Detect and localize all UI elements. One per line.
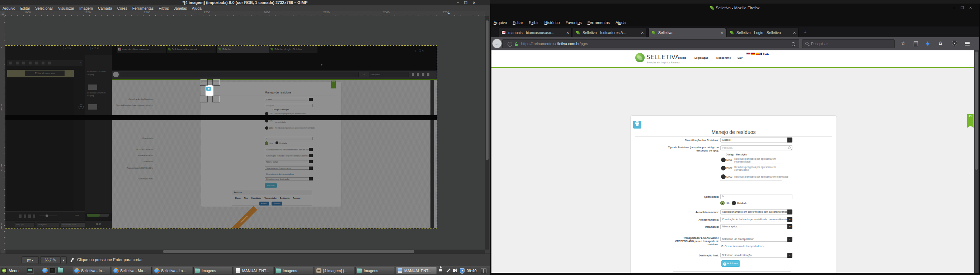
crop-handle-topright[interactable] [213,79,220,85]
select-dropdown-button[interactable]: ▾ [788,217,792,222]
nav-inicio[interactable]: Início [679,56,687,59]
quantidade-input[interactable]: 0 [720,194,792,199]
flag-es-icon[interactable] [756,53,760,55]
gimp-menu-imagem[interactable]: Imagem [77,6,95,10]
gerenciamento-link[interactable]: Gerenciamento de transportadores [725,245,764,247]
radio-litro[interactable] [720,201,725,205]
classificacao-select[interactable]: Classe I [720,138,792,142]
ff-menu-ferramentas[interactable]: Ferramentas [585,21,612,25]
tab-close-icon[interactable]: ✕ [641,28,644,37]
gimp-titlebar[interactable]: *[4 imagem] (importada)-9.0 (cor RGB, 1 … [0,0,490,5]
select-dropdown-button[interactable]: ▾ [788,237,792,242]
select-dropdown-button[interactable]: ▾ [788,138,792,142]
show-desktop-icon[interactable] [27,268,34,273]
gimp-canvas[interactable]: | – □ ✕ | – ❐ ✕ » Editar documento ✕ de … [5,16,485,250]
gimp-vscrollbar[interactable] [485,16,489,250]
flag-il-icon[interactable] [765,53,769,55]
acondicionamento-select[interactable]: Acondicionamento em conformidade com as … [720,209,792,215]
new-tab-button[interactable]: + [803,28,807,35]
zoom-dropdown[interactable]: ▾ [60,256,67,264]
gimp-horizontal-ruler[interactable]: 1000 1250 1500 1750 2000 2250 2500 2750 … [5,11,485,16]
radio-litro-label[interactable]: Litro [725,202,732,204]
gimp-menu-cores[interactable]: Cores [115,6,130,10]
select-dropdown-button[interactable]: ▾ [788,253,792,258]
tab-indicadores[interactable]: Selletiva - Indicadores A... ✕ [573,28,646,37]
tab-close-icon[interactable]: ✕ [721,28,724,37]
task-button-selletiva-in[interactable]: Selletiva - In... [73,267,111,274]
menu-button[interactable]: Menu [9,266,19,275]
privacy-shield-icon[interactable]: ∨ [952,41,957,46]
search-box[interactable]: Pesquisar [802,40,895,48]
gimp-hscrollbar[interactable] [5,250,485,253]
task-button-imagens-2[interactable]: Imagens [274,267,314,274]
url-text[interactable]: https://treinamento.selletiva.com.br/pgr… [521,40,588,47]
ff-menu-favoritos[interactable]: Favoritos [562,21,584,25]
crop-handle-bottomright[interactable] [213,96,220,102]
workspace-switcher[interactable] [480,269,487,273]
gimp-vertical-ruler[interactable]: 0 250 500 750 [0,16,6,250]
flag-fr-icon[interactable] [760,53,764,55]
task-button-selletiva-mo[interactable]: Selletiva - Mo... [112,267,152,274]
transportador-select[interactable]: Selecione um Transportador [720,237,792,242]
firefox-launcher-icon[interactable] [42,268,48,273]
radio-unidade[interactable] [732,201,736,205]
nav-sair[interactable]: Sair [738,56,743,59]
tab-close-icon[interactable]: ✕ [793,28,796,37]
gimp-menu-ferramentas[interactable]: Ferramentas [130,6,156,10]
task-button-manual-2[interactable]: MANUAL ENT... [396,267,437,274]
adicionar-button[interactable]: + Adicionar [721,260,740,267]
task-button-gimp[interactable]: [4 imagem] (... [315,267,355,274]
downloads-icon[interactable] [926,43,930,46]
flag-de-icon[interactable] [751,53,755,55]
armazenamento-select[interactable]: Construção fechada e impermeabilizada co… [720,217,792,222]
firefox-titlebar[interactable]: Selletiva - Mozilla Firefox – ❐ ✕ [491,3,979,19]
brand-name[interactable]: SELLETIVA [646,54,680,60]
user-tray-icon[interactable] [439,269,442,272]
ff-menu-historico[interactable]: Histórico [542,21,563,25]
task-button-manual-1[interactable]: MANUAL ENT... [234,267,273,274]
bookmark-star-icon[interactable]: ☆ [901,40,905,47]
taskbar-clock[interactable]: 09:40 [467,266,477,275]
gimp-menu-janelas[interactable]: Janelas [172,6,189,10]
gimp-menu-editar[interactable]: Editar [18,6,33,10]
gimp-hscrollbar-thumb[interactable] [163,250,414,253]
tab-login[interactable]: Selletiva - Login - Selletiva ✕ [727,28,799,37]
url-bar[interactable]: i https://treinamento.selletiva.com.br/p… [502,40,799,48]
task-button-selletiva-lo[interactable]: Selletiva - Lo... [153,267,192,274]
gimp-menu-ajuda[interactable]: Ajuda [189,6,204,10]
gimp-ruler-corner[interactable]: ◿ [0,11,6,16]
radio-unidade-label[interactable]: Unidade [737,202,747,204]
unit-dropdown[interactable]: px ▾ [22,256,39,264]
task-button-imagens-3[interactable]: Imagens [355,267,395,274]
tratamento-select[interactable]: Não se aplica [720,224,792,229]
task-button-imagens-1[interactable]: Imagens [193,267,233,274]
bookmarks-list-icon[interactable] [914,41,918,46]
gimp-menu-filtros[interactable]: Filtros [156,6,172,10]
nav-legislacao[interactable]: Legislação [694,56,708,59]
ff-menu-arquivo[interactable]: Arquivo [491,21,510,25]
select-dropdown-button[interactable]: ▾ [788,224,792,229]
nav-nosso-time[interactable]: Nosso time [716,56,731,59]
gimp-window-controls[interactable]: – ❐ ✕ [457,0,478,5]
page-info-icon[interactable]: i [508,42,512,47]
tab-close-icon[interactable]: ✕ [566,28,569,37]
selletiva-logo-icon[interactable] [635,53,644,62]
crop-handle-topleft[interactable] [200,79,207,85]
ff-menu-editar[interactable]: Editar [510,21,526,25]
gimp-menu-camada[interactable]: Camada [95,6,115,10]
imported-screenshot-image[interactable]: | – □ ✕ | – ❐ ✕ » Editar documento ✕ de … [5,46,437,228]
reload-icon[interactable] [791,42,795,46]
gimp-menu-arquivo[interactable]: Arquivo [0,6,18,10]
terminal-launcher-icon[interactable] [50,268,56,273]
firefox-window-controls[interactable]: – ❐ ✕ [953,6,974,9]
back-button[interactable]: ← [492,39,502,48]
home-icon[interactable]: ⌂ [939,40,942,46]
ff-menu-exibir[interactable]: Exibir [526,21,542,25]
page-scrollbar-thumb[interactable] [975,52,978,170]
files-launcher-icon[interactable] [58,268,63,272]
zoom-value[interactable]: 66,7 % [40,256,60,264]
crop-handle-bottomleft[interactable] [200,96,207,102]
ff-menu-ajuda[interactable]: Ajuda [612,21,628,25]
flag-us-icon[interactable] [746,53,751,55]
gimp-menu-visualizar[interactable]: Visualizar [56,6,77,10]
